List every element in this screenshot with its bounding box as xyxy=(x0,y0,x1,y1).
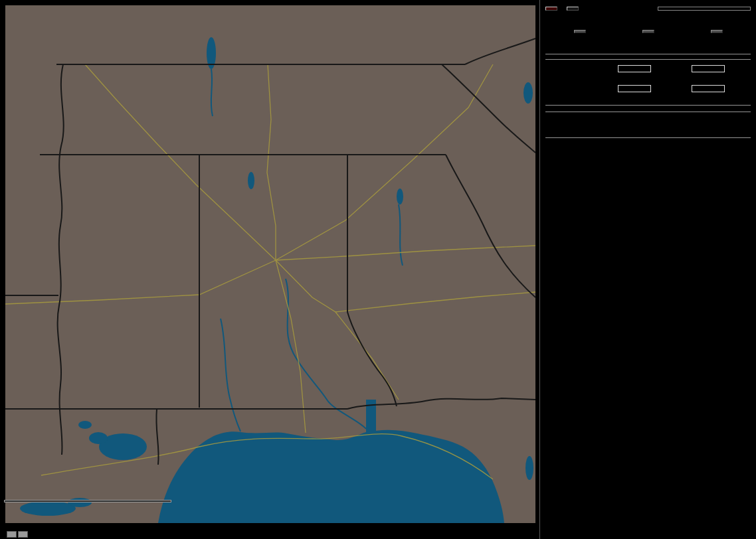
noise-button[interactable] xyxy=(567,7,579,11)
ic-minus-bar xyxy=(692,85,725,92)
status-grid xyxy=(547,145,751,159)
separator xyxy=(545,54,751,54)
noises-per-min-header[interactable] xyxy=(711,30,723,33)
taskbar-button[interactable] xyxy=(7,531,17,538)
close-column xyxy=(614,25,682,43)
intracloud-row xyxy=(545,85,751,92)
separator xyxy=(545,59,751,60)
top-button-row xyxy=(545,7,751,11)
cloud-ground-row xyxy=(545,65,751,72)
rate-stats xyxy=(545,25,751,43)
strikes-column xyxy=(545,25,614,43)
lightning-map[interactable] xyxy=(0,0,539,539)
strike-button[interactable] xyxy=(545,7,557,11)
cg-plus-bar xyxy=(618,65,651,72)
close-per-min-header[interactable] xyxy=(642,30,654,33)
noises-column xyxy=(682,25,751,43)
app-window xyxy=(0,0,756,539)
separator xyxy=(545,112,751,112)
legend-header xyxy=(5,501,171,502)
cg-minus-bar xyxy=(692,65,725,72)
map-legend xyxy=(4,500,171,502)
separator xyxy=(545,105,751,106)
strikes-per-min-header[interactable] xyxy=(574,30,586,33)
settings-grid xyxy=(547,119,751,130)
bearing-range-display xyxy=(658,7,751,11)
taskbar-button[interactable] xyxy=(18,531,28,538)
trend-graph xyxy=(545,163,751,331)
status-panel xyxy=(539,0,756,539)
ic-plus-bar xyxy=(618,85,651,92)
map-viewport[interactable] xyxy=(0,0,539,539)
separator xyxy=(545,137,751,138)
